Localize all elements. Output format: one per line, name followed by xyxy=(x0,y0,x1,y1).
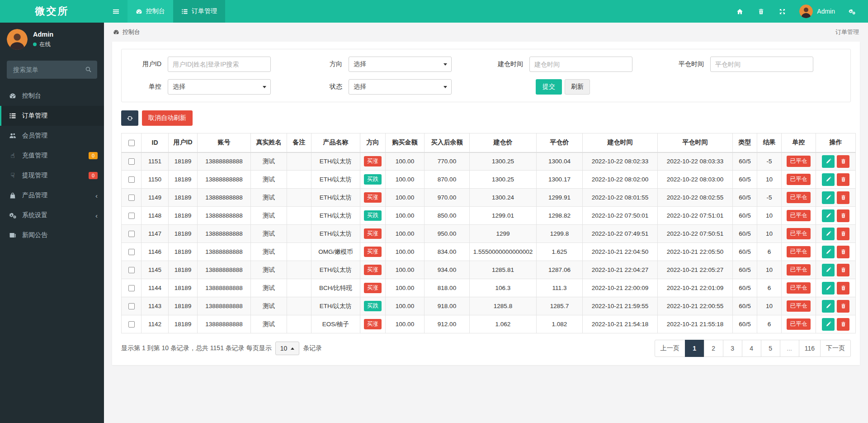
navbar-tabs: 控制台订单管理 xyxy=(127,0,225,23)
direction-select[interactable]: 选择 xyxy=(349,57,452,72)
page-link[interactable]: 116 xyxy=(799,340,821,357)
row-checkbox[interactable] xyxy=(128,195,135,201)
sidebar-item[interactable]: 订单管理 xyxy=(0,106,104,126)
direction-badge: 买跌 xyxy=(364,210,382,221)
cell: 111.3 xyxy=(537,279,583,297)
delete-button[interactable] xyxy=(837,209,849,222)
breadcrumb-left[interactable]: 控制台 xyxy=(113,28,140,36)
page-link[interactable]: 5 xyxy=(761,340,780,357)
table-body: 11511818913888888888测试ETH/以太坊买涨100.00770… xyxy=(122,152,856,333)
sidebar-item[interactable]: 会员管理 xyxy=(0,126,104,146)
status-badge: 已平仓 xyxy=(787,246,811,257)
page-link[interactable]: 3 xyxy=(723,340,742,357)
chevron-down-icon xyxy=(443,86,447,88)
edit-button[interactable] xyxy=(822,318,835,331)
sidebar-item[interactable]: ☝充值管理0 xyxy=(0,146,104,166)
cancel-auto-refresh-button[interactable]: 取消自动刷新 xyxy=(142,110,193,126)
edit-button[interactable] xyxy=(822,264,835,276)
delete-button[interactable] xyxy=(837,246,849,258)
row-checkbox[interactable] xyxy=(128,303,135,309)
close-time-input[interactable] xyxy=(710,57,813,72)
open-time-input[interactable] xyxy=(529,57,632,72)
row-checkbox[interactable] xyxy=(128,249,135,255)
row-checkbox[interactable] xyxy=(128,267,135,273)
edit-button[interactable] xyxy=(822,300,835,313)
cell: 1300.25 xyxy=(470,152,537,171)
row-checkbox[interactable] xyxy=(128,176,135,183)
count-badge: 0 xyxy=(89,152,98,159)
sidebar-item[interactable]: ☟提现管理0 xyxy=(0,166,104,185)
delete-button[interactable] xyxy=(837,264,849,276)
delete-button[interactable] xyxy=(837,318,849,331)
page-link[interactable]: 1 xyxy=(685,340,704,357)
hamburger-icon[interactable] xyxy=(104,0,127,23)
control-cell: 已平仓 xyxy=(782,261,816,279)
cell: 测试 xyxy=(251,261,287,279)
delete-button[interactable] xyxy=(837,173,849,186)
row-checkbox[interactable] xyxy=(128,213,135,219)
edit-button[interactable] xyxy=(822,228,835,240)
user-menu[interactable]: Admin xyxy=(793,5,841,18)
page-size-dropdown[interactable]: 10 xyxy=(275,342,300,355)
cell: 6 xyxy=(757,243,782,261)
fullscreen-icon[interactable] xyxy=(772,0,793,23)
page-link[interactable]: 上一页 xyxy=(655,340,685,357)
select-all-header xyxy=(122,133,142,152)
edit-button[interactable] xyxy=(822,282,835,295)
brand-logo[interactable]: 微交所 xyxy=(0,0,104,23)
cell: 970.00 xyxy=(425,189,470,207)
edit-button[interactable] xyxy=(822,246,835,258)
cell: 2022-10-22 08:03:00 xyxy=(658,171,733,189)
sidebar-item[interactable]: 新闻公告 xyxy=(0,225,104,245)
settings-cogs-icon[interactable] xyxy=(841,0,863,23)
edit-button[interactable] xyxy=(822,173,835,186)
cell xyxy=(287,171,311,189)
reload-table-button[interactable] xyxy=(121,110,138,126)
home-icon[interactable] xyxy=(729,0,750,23)
row-checkbox[interactable] xyxy=(128,231,135,237)
control-select[interactable]: 选择 xyxy=(168,79,271,95)
delete-button[interactable] xyxy=(837,300,849,313)
edit-button[interactable] xyxy=(822,191,835,204)
column-header: 结果 xyxy=(757,133,782,152)
delete-button[interactable] xyxy=(837,282,849,295)
column-header: 建仓价 xyxy=(470,133,537,152)
pagination-next: 下一页 xyxy=(821,340,851,357)
select-all-checkbox[interactable] xyxy=(128,140,135,146)
page-link[interactable]: 下一页 xyxy=(820,340,851,357)
sidebar-item[interactable]: 控制台 xyxy=(0,86,104,106)
row-checkbox[interactable] xyxy=(128,321,135,328)
submit-button[interactable]: 提交 xyxy=(536,79,562,95)
column-header: 备注 xyxy=(287,133,311,152)
nav-tab[interactable]: 订单管理 xyxy=(173,0,225,23)
page-link[interactable]: 2 xyxy=(704,340,723,357)
control-cell: 已平仓 xyxy=(782,207,816,225)
delete-button[interactable] xyxy=(837,155,849,168)
cell: 918.00 xyxy=(425,297,470,315)
row-checkbox[interactable] xyxy=(128,285,135,291)
cell xyxy=(287,207,311,225)
cell: 100.00 xyxy=(386,225,425,243)
direction-badge: 买跌 xyxy=(364,174,382,185)
actions-cell xyxy=(816,261,856,279)
sidebar-item[interactable]: 系统设置‹ xyxy=(0,205,104,225)
menu-search-input[interactable] xyxy=(7,61,97,79)
page-link[interactable]: 4 xyxy=(742,340,761,357)
delete-button[interactable] xyxy=(837,191,849,204)
status-select[interactable]: 选择 xyxy=(349,79,452,95)
delete-button[interactable] xyxy=(837,228,849,240)
status-badge: 已平仓 xyxy=(787,282,811,294)
direction-cell: 买涨 xyxy=(360,315,386,333)
search-icon[interactable] xyxy=(85,66,92,73)
edit-button[interactable] xyxy=(822,155,835,168)
user-id-search-input[interactable] xyxy=(168,57,271,72)
trash-icon[interactable] xyxy=(750,0,772,23)
edit-button[interactable] xyxy=(822,209,835,222)
sidebar-item[interactable]: 产品管理‹ xyxy=(0,185,104,205)
refresh-button[interactable]: 刷新 xyxy=(565,79,590,95)
nav-tab[interactable]: 控制台 xyxy=(127,0,173,23)
cell: 1142 xyxy=(142,315,169,333)
cell: 1149 xyxy=(142,189,169,207)
nav-tab-label: 控制台 xyxy=(146,7,165,15)
row-checkbox[interactable] xyxy=(128,158,135,165)
